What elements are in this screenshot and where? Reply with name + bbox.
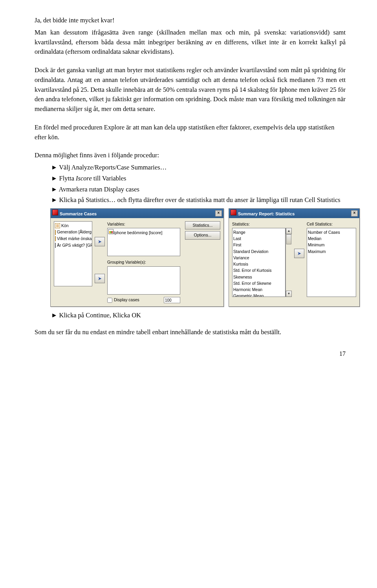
available-statistics-list[interactable]: Range Last First Standard Deviation Vari… xyxy=(232,228,285,297)
nominal-icon xyxy=(55,230,56,235)
source-variable-list[interactable]: Kön Generation [Åldergrupp] Vilket märke… xyxy=(54,221,92,286)
scale-icon xyxy=(55,243,56,248)
move-to-variables-button[interactable]: ➤ xyxy=(95,237,105,246)
bullet-2: Flytta Iscore till Variables xyxy=(51,174,346,184)
dialog-title: Summary Report: Statistics xyxy=(238,211,295,216)
cell-statistics-label: Cell Statistics: xyxy=(307,221,356,228)
statistics-button[interactable]: Statistics... xyxy=(185,221,220,230)
summary-report-statistics-dialog: Summary Report: Statistics × Statistics:… xyxy=(229,208,360,307)
list-item[interactable]: Minimum xyxy=(308,242,355,248)
list-item[interactable]: Median xyxy=(308,236,355,242)
bullet-4: Klicka på Statistics… och flytta därefte… xyxy=(51,195,346,205)
list-item[interactable]: Std. Error of Skewne xyxy=(233,280,284,287)
spss-dialog-row: Summarize Cases × Kön Generation [Ålderg… xyxy=(50,208,346,307)
display-cases-checkbox[interactable] xyxy=(107,298,112,303)
move-to-grouping-button[interactable]: ➤ xyxy=(95,274,105,283)
list-item[interactable]: Range xyxy=(233,229,284,236)
scroll-thumb[interactable] xyxy=(286,234,291,244)
display-cases-number[interactable]: 100 xyxy=(164,297,180,303)
bullet-1: Välj Analyze/Reports/Case Summaries… xyxy=(51,163,346,173)
list-item[interactable]: Variance xyxy=(233,255,284,261)
list-item[interactable]: Std. Error of Kurtosis xyxy=(233,268,284,274)
paragraph-2: Man kan dessutom ifrågasätta även range … xyxy=(35,28,346,57)
paragraph-3: Dock är det ganska vanligt att man bryte… xyxy=(35,66,346,114)
scale-icon xyxy=(108,229,113,234)
paragraph-4a: En fördel med proceduren Explore är att … xyxy=(35,123,346,142)
nominal-icon xyxy=(55,236,56,241)
list-item[interactable]: First xyxy=(233,242,284,248)
list-item[interactable]: Harmonic Mean xyxy=(233,287,284,293)
display-cases-label: Display cases xyxy=(114,297,139,303)
cell-statistics-list[interactable]: Number of Cases Median Minimum Maximum xyxy=(307,228,356,297)
list-item[interactable]: Last xyxy=(233,236,284,242)
scroll-up-icon[interactable]: ▲ xyxy=(286,228,292,234)
list-item[interactable]: Vilket märke önskas? [M... xyxy=(55,236,91,242)
grouping-label: Grouping Variable(s): xyxy=(107,259,180,266)
spss-app-icon xyxy=(231,209,236,215)
list-item[interactable]: Geometric Mean xyxy=(233,293,284,297)
scroll-down-icon[interactable]: ▼ xyxy=(286,291,292,297)
procedure-list: Välj Analyze/Reports/Case Summaries… Fly… xyxy=(35,163,346,205)
grouping-list[interactable] xyxy=(107,266,180,295)
spss-app-icon xyxy=(52,209,58,215)
list-item[interactable]: Iphone bedömning [Iscore] xyxy=(108,229,179,236)
list-item[interactable]: Kurtosis xyxy=(233,261,284,268)
close-icon[interactable]: × xyxy=(351,210,358,217)
options-button[interactable]: Options... xyxy=(185,231,220,240)
statistics-scrollbar[interactable]: ▲ ▼ xyxy=(285,228,292,297)
list-item[interactable]: Number of Cases xyxy=(308,229,355,236)
variables-label: Variables: xyxy=(107,221,180,228)
statistics-label: Statistics: xyxy=(232,221,292,228)
bullet-5: Klicka på Continue, Klicka OK xyxy=(51,311,346,320)
list-item[interactable]: Generation [Åldergrupp] xyxy=(55,229,91,235)
nominal-icon xyxy=(55,223,60,228)
paragraph-5: Denna möjlighet finns även i följande pr… xyxy=(35,151,346,160)
dialog-titlebar[interactable]: Summarize Cases × xyxy=(51,209,223,218)
move-statistic-button[interactable]: ➤ xyxy=(294,249,304,258)
dialog-titlebar[interactable]: Summary Report: Statistics × xyxy=(229,209,359,218)
list-item[interactable]: Standard Deviation xyxy=(233,249,284,255)
close-icon[interactable]: × xyxy=(215,210,222,217)
list-item[interactable]: Kön xyxy=(55,223,91,229)
dialog-title: Summarize Cases xyxy=(60,211,97,216)
procedure-list-continued: Klicka på Continue, Klicka OK xyxy=(35,311,346,320)
list-item[interactable]: Är GPS viktigt? [GPS] xyxy=(55,242,91,249)
top-line: Ja, det bidde inte mycket kvar! xyxy=(35,16,346,25)
page-number: 17 xyxy=(35,349,346,359)
summarize-cases-dialog: Summarize Cases × Kön Generation [Ålderg… xyxy=(50,208,224,307)
list-item[interactable]: Maximum xyxy=(308,249,355,255)
list-item[interactable]: Skewness xyxy=(233,274,284,280)
variables-list[interactable]: Iphone bedömning [Iscore] xyxy=(107,228,180,256)
closing-paragraph: Som du ser får du nu endast en mindre ta… xyxy=(35,328,346,337)
bullet-3: Avmarkera rutan Display cases xyxy=(51,185,346,195)
